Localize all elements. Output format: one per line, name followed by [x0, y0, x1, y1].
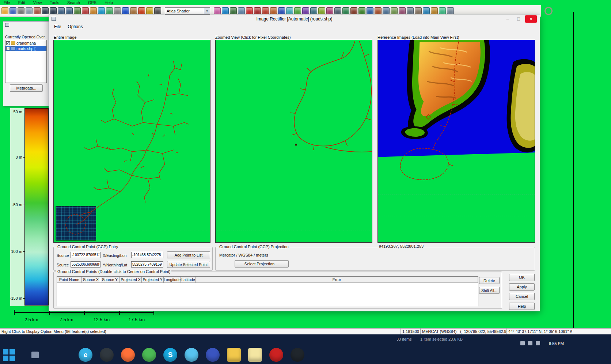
y-northing-input[interactable] [131, 261, 163, 268]
calculator-icon[interactable] [114, 7, 121, 14]
tools-icon[interactable] [34, 7, 41, 14]
select-features-icon[interactable] [423, 7, 430, 14]
pen-icon[interactable] [146, 7, 153, 14]
media-player-icon[interactable] [269, 348, 283, 362]
documents-icon[interactable] [248, 348, 262, 362]
gcp-column-point-name[interactable]: Point Name [57, 277, 82, 283]
reference-image-canvas[interactable] [377, 40, 535, 243]
draw-icon[interactable] [82, 7, 89, 14]
x-easting-input[interactable] [131, 252, 163, 258]
panel-window-icon[interactable] [5, 23, 9, 27]
tray-volume-icon[interactable] [536, 341, 540, 345]
zoomed-view-canvas[interactable] [215, 40, 372, 243]
view-3d-icon[interactable] [98, 7, 105, 14]
dialog-menu-file[interactable]: File [51, 23, 64, 30]
gcp-column-source-x[interactable]: Source X [82, 277, 100, 283]
dialog-titlebar[interactable]: Image Rectifier [Automatic] (roads.shp) … [49, 15, 540, 23]
apps-icon[interactable] [31, 352, 39, 358]
app-menu-view[interactable]: View [33, 0, 42, 5]
crop-tool-icon[interactable] [334, 7, 341, 14]
minimize-button[interactable]: – [502, 15, 513, 23]
full-view-icon[interactable] [74, 7, 81, 14]
overlay-list-item[interactable]: ✓roads.shp [ [5, 46, 46, 51]
zoom-in-icon[interactable] [42, 7, 49, 14]
create-line-icon[interactable] [262, 7, 269, 14]
print-icon[interactable] [26, 7, 33, 14]
firefox-icon[interactable] [121, 348, 135, 362]
attributes-icon[interactable] [367, 7, 373, 14]
search-binoculars-icon[interactable] [154, 7, 161, 14]
tray-network-icon[interactable] [528, 341, 532, 345]
range-rings-icon[interactable] [326, 7, 333, 14]
open-file-icon[interactable] [1, 7, 8, 14]
deselect-icon[interactable] [431, 7, 438, 14]
zoom-window-icon[interactable] [58, 7, 65, 14]
ie-icon[interactable]: e [79, 348, 92, 362]
join-lines-icon[interactable] [294, 7, 301, 14]
gcp-column-latitude[interactable]: Latitude [181, 277, 196, 283]
overlay-checkbox[interactable]: ✓ [6, 47, 10, 50]
rotate-tool-icon[interactable] [383, 7, 390, 14]
folder-icon[interactable] [227, 348, 241, 362]
add-point-button[interactable]: Add Point to List [167, 251, 210, 258]
export-icon[interactable] [18, 7, 24, 14]
scale-feature-icon[interactable] [391, 7, 398, 14]
create-point-icon[interactable] [254, 7, 261, 14]
gcp-column-longitude[interactable]: Longitude [164, 277, 181, 283]
app-menu-help[interactable]: Help [105, 0, 113, 5]
split-line-icon[interactable] [286, 7, 293, 14]
export-vector-icon[interactable] [439, 7, 446, 14]
paint-icon[interactable] [90, 7, 97, 14]
app-menu-file[interactable]: File [4, 0, 10, 5]
cancel-button[interactable]: Cancel [509, 293, 535, 300]
metadata-button[interactable]: Metadata... [10, 84, 43, 92]
gcp-column-source-y[interactable]: Source Y [100, 277, 120, 283]
select-projection-button[interactable]: Select Projection ... [235, 260, 289, 268]
edit-vertex-icon[interactable] [278, 7, 285, 14]
clock[interactable]: 8:55 PM [549, 341, 564, 346]
erase-tool-icon[interactable] [375, 7, 382, 14]
save-icon[interactable] [10, 7, 16, 14]
feature-info-icon[interactable] [122, 7, 129, 14]
entire-image-canvas[interactable] [53, 40, 210, 243]
close-button[interactable]: × [525, 15, 537, 23]
app-menu-gps[interactable]: GPS [88, 0, 96, 5]
overlay-stack-icon[interactable] [238, 7, 245, 14]
measure-tool-icon[interactable] [342, 7, 349, 14]
globe-3d-icon[interactable] [222, 7, 229, 14]
create-area-icon[interactable] [270, 7, 277, 14]
pan-icon[interactable] [66, 7, 73, 14]
redo-edit-icon[interactable] [358, 7, 365, 14]
shader-combo[interactable]: Atlas Shader ▾ [165, 7, 210, 15]
maximize-button[interactable]: □ [513, 15, 524, 23]
gcp-column-error[interactable]: Error [196, 277, 478, 283]
ok-button[interactable]: OK [509, 274, 535, 281]
app-menu-edit[interactable]: Edit [18, 0, 25, 5]
overlay-list[interactable]: ✓grandmana✓roads.shp [ [5, 40, 47, 83]
sound-recorder-icon[interactable] [291, 348, 304, 362]
play-icon[interactable] [230, 7, 237, 14]
options-gear-icon[interactable] [447, 7, 454, 14]
maps-icon[interactable] [206, 348, 220, 362]
update-selected-point-button[interactable]: Update Selected Point [167, 261, 210, 268]
gcp-column-projected-y[interactable]: Projected Y [142, 277, 164, 283]
trace-tool-icon[interactable] [310, 7, 317, 14]
path-profile-icon[interactable] [106, 7, 113, 14]
move-feature-icon[interactable] [399, 7, 406, 14]
start-button[interactable] [2, 348, 15, 361]
app-menu-search[interactable]: Search [67, 0, 80, 5]
gcp-column-projected-x[interactable]: Projected X [120, 277, 142, 283]
overlay-list-item[interactable]: ✓grandmana [5, 40, 46, 46]
gps-tracker-icon[interactable] [138, 7, 145, 14]
palette-icon[interactable] [214, 7, 221, 14]
dialog-menu-options[interactable]: Options [65, 23, 86, 30]
chat-icon[interactable] [142, 348, 156, 362]
skype-icon[interactable]: S [163, 348, 177, 362]
camera-icon[interactable] [100, 348, 114, 362]
messaging-icon[interactable] [185, 348, 198, 362]
app-menu-tools[interactable]: Tools [50, 0, 59, 5]
apply-button[interactable]: Apply [509, 283, 535, 291]
undo-edit-icon[interactable] [350, 7, 357, 14]
delete-button[interactable]: Delete [479, 277, 500, 284]
digitizer-icon[interactable] [246, 7, 253, 14]
